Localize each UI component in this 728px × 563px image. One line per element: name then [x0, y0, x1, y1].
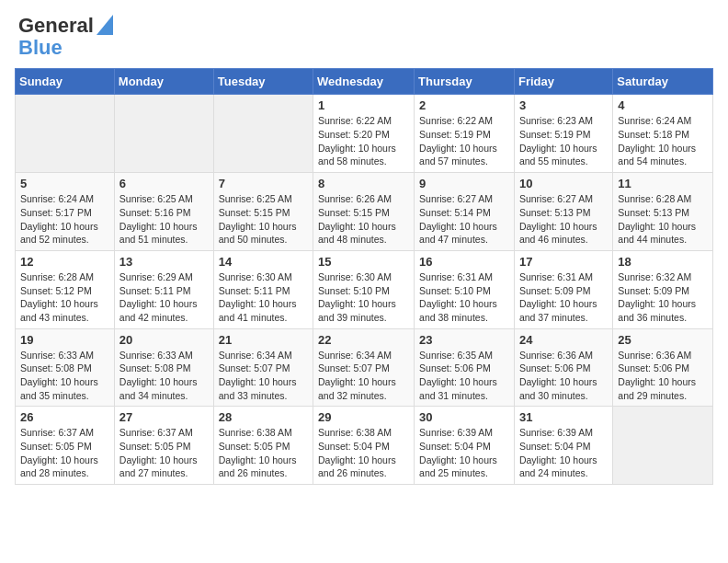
- day-number: 19: [20, 333, 109, 347]
- day-info: Sunrise: 6:28 AM Sunset: 5:13 PM Dayligh…: [618, 192, 708, 247]
- day-info: Sunrise: 6:26 AM Sunset: 5:15 PM Dayligh…: [318, 192, 409, 247]
- calendar-cell: 20Sunrise: 6:33 AM Sunset: 5:08 PM Dayli…: [114, 328, 213, 407]
- calendar-cell: 16Sunrise: 6:31 AM Sunset: 5:10 PM Dayli…: [415, 250, 515, 328]
- day-number: 8: [318, 177, 409, 190]
- calendar-cell: 4Sunrise: 6:24 AM Sunset: 5:18 PM Daylig…: [613, 95, 713, 173]
- calendar-cell: [613, 407, 713, 485]
- calendar-header-tuesday: Tuesday: [213, 69, 313, 95]
- calendar-cell: 18Sunrise: 6:32 AM Sunset: 5:09 PM Dayli…: [613, 250, 713, 328]
- day-info: Sunrise: 6:24 AM Sunset: 5:17 PM Dayligh…: [20, 192, 109, 247]
- calendar-table: SundayMondayTuesdayWednesdayThursdayFrid…: [15, 68, 713, 485]
- calendar-cell: 22Sunrise: 6:34 AM Sunset: 5:07 PM Dayli…: [313, 328, 415, 407]
- calendar-cell: 8Sunrise: 6:26 AM Sunset: 5:15 PM Daylig…: [313, 173, 415, 251]
- calendar-week-3: 12Sunrise: 6:28 AM Sunset: 5:12 PM Dayli…: [16, 250, 713, 328]
- calendar-cell: 2Sunrise: 6:22 AM Sunset: 5:19 PM Daylig…: [415, 95, 515, 173]
- day-number: 2: [419, 98, 509, 112]
- day-info: Sunrise: 6:24 AM Sunset: 5:18 PM Dayligh…: [618, 114, 708, 168]
- calendar-cell: 19Sunrise: 6:33 AM Sunset: 5:08 PM Dayli…: [16, 328, 115, 407]
- calendar-cell: 6Sunrise: 6:25 AM Sunset: 5:16 PM Daylig…: [114, 173, 213, 251]
- day-info: Sunrise: 6:32 AM Sunset: 5:09 PM Dayligh…: [618, 270, 708, 325]
- calendar-header-wednesday: Wednesday: [313, 69, 415, 95]
- day-info: Sunrise: 6:31 AM Sunset: 5:09 PM Dayligh…: [519, 270, 608, 325]
- calendar-cell: 23Sunrise: 6:35 AM Sunset: 5:06 PM Dayli…: [415, 328, 515, 407]
- calendar-cell: 28Sunrise: 6:38 AM Sunset: 5:05 PM Dayli…: [213, 407, 313, 485]
- calendar-cell: 12Sunrise: 6:28 AM Sunset: 5:12 PM Dayli…: [16, 250, 115, 328]
- day-number: 13: [119, 255, 209, 269]
- day-number: 7: [219, 177, 308, 190]
- day-info: Sunrise: 6:30 AM Sunset: 5:11 PM Dayligh…: [219, 270, 308, 325]
- calendar-cell: 5Sunrise: 6:24 AM Sunset: 5:17 PM Daylig…: [16, 173, 115, 251]
- day-number: 17: [519, 255, 608, 269]
- calendar-week-5: 26Sunrise: 6:37 AM Sunset: 5:05 PM Dayli…: [16, 407, 713, 485]
- day-number: 3: [519, 98, 608, 112]
- day-info: Sunrise: 6:29 AM Sunset: 5:11 PM Dayligh…: [119, 270, 209, 325]
- day-number: 11: [618, 177, 708, 190]
- day-info: Sunrise: 6:33 AM Sunset: 5:08 PM Dayligh…: [119, 349, 209, 403]
- day-number: 18: [618, 255, 708, 269]
- day-number: 4: [618, 98, 708, 112]
- day-info: Sunrise: 6:36 AM Sunset: 5:06 PM Dayligh…: [618, 349, 708, 403]
- calendar-header-thursday: Thursday: [415, 69, 515, 95]
- day-info: Sunrise: 6:35 AM Sunset: 5:06 PM Dayligh…: [419, 349, 509, 403]
- day-number: 26: [20, 410, 109, 424]
- calendar-cell: 25Sunrise: 6:36 AM Sunset: 5:06 PM Dayli…: [613, 328, 713, 407]
- calendar-cell: [16, 95, 115, 173]
- day-number: 14: [219, 255, 308, 269]
- day-info: Sunrise: 6:34 AM Sunset: 5:07 PM Dayligh…: [219, 349, 308, 403]
- logo-triangle-icon: [97, 15, 113, 35]
- calendar-cell: 30Sunrise: 6:39 AM Sunset: 5:04 PM Dayli…: [415, 407, 515, 485]
- day-info: Sunrise: 6:33 AM Sunset: 5:08 PM Dayligh…: [20, 349, 109, 403]
- calendar-header-sunday: Sunday: [16, 69, 115, 95]
- calendar-cell: 26Sunrise: 6:37 AM Sunset: 5:05 PM Dayli…: [16, 407, 115, 485]
- day-info: Sunrise: 6:23 AM Sunset: 5:19 PM Dayligh…: [519, 114, 608, 168]
- day-number: 9: [419, 177, 509, 190]
- day-number: 12: [20, 255, 109, 269]
- calendar-cell: 14Sunrise: 6:30 AM Sunset: 5:11 PM Dayli…: [213, 250, 313, 328]
- logo-blue-text: Blue: [18, 37, 63, 59]
- day-number: 28: [219, 410, 308, 424]
- day-info: Sunrise: 6:28 AM Sunset: 5:12 PM Dayligh…: [20, 270, 109, 325]
- calendar-week-2: 5Sunrise: 6:24 AM Sunset: 5:17 PM Daylig…: [16, 173, 713, 251]
- calendar-cell: [213, 95, 313, 173]
- day-number: 16: [419, 255, 509, 269]
- day-info: Sunrise: 6:27 AM Sunset: 5:14 PM Dayligh…: [419, 192, 509, 247]
- day-number: 20: [119, 333, 209, 347]
- calendar-cell: 24Sunrise: 6:36 AM Sunset: 5:06 PM Dayli…: [514, 328, 612, 407]
- day-number: 30: [419, 410, 509, 424]
- calendar-week-4: 19Sunrise: 6:33 AM Sunset: 5:08 PM Dayli…: [16, 328, 713, 407]
- day-info: Sunrise: 6:39 AM Sunset: 5:04 PM Dayligh…: [519, 426, 608, 480]
- day-number: 23: [419, 333, 509, 347]
- calendar-cell: 27Sunrise: 6:37 AM Sunset: 5:05 PM Dayli…: [114, 407, 213, 485]
- day-number: 31: [519, 410, 608, 424]
- calendar-header-saturday: Saturday: [613, 69, 713, 95]
- calendar-cell: 29Sunrise: 6:38 AM Sunset: 5:04 PM Dayli…: [313, 407, 415, 485]
- logo: General Blue: [18, 15, 113, 59]
- calendar-header-friday: Friday: [514, 69, 612, 95]
- calendar-cell: 3Sunrise: 6:23 AM Sunset: 5:19 PM Daylig…: [514, 95, 612, 173]
- calendar-cell: 11Sunrise: 6:28 AM Sunset: 5:13 PM Dayli…: [613, 173, 713, 251]
- day-info: Sunrise: 6:25 AM Sunset: 5:16 PM Dayligh…: [119, 192, 209, 247]
- calendar-header-monday: Monday: [114, 69, 213, 95]
- day-info: Sunrise: 6:36 AM Sunset: 5:06 PM Dayligh…: [519, 349, 608, 403]
- calendar-header-row: SundayMondayTuesdayWednesdayThursdayFrid…: [16, 69, 713, 95]
- day-number: 10: [519, 177, 608, 190]
- day-info: Sunrise: 6:27 AM Sunset: 5:13 PM Dayligh…: [519, 192, 608, 247]
- calendar-cell: 13Sunrise: 6:29 AM Sunset: 5:11 PM Dayli…: [114, 250, 213, 328]
- calendar-wrapper: SundayMondayTuesdayWednesdayThursdayFrid…: [0, 68, 728, 494]
- day-number: 22: [318, 333, 409, 347]
- day-info: Sunrise: 6:37 AM Sunset: 5:05 PM Dayligh…: [20, 426, 109, 480]
- day-info: Sunrise: 6:31 AM Sunset: 5:10 PM Dayligh…: [419, 270, 509, 325]
- day-info: Sunrise: 6:22 AM Sunset: 5:20 PM Dayligh…: [318, 114, 409, 168]
- day-number: 15: [318, 255, 409, 269]
- svg-marker-0: [97, 15, 113, 35]
- calendar-cell: 1Sunrise: 6:22 AM Sunset: 5:20 PM Daylig…: [313, 95, 415, 173]
- calendar-cell: 7Sunrise: 6:25 AM Sunset: 5:15 PM Daylig…: [213, 173, 313, 251]
- day-info: Sunrise: 6:34 AM Sunset: 5:07 PM Dayligh…: [318, 349, 409, 403]
- calendar-cell: 21Sunrise: 6:34 AM Sunset: 5:07 PM Dayli…: [213, 328, 313, 407]
- calendar-cell: [114, 95, 213, 173]
- day-info: Sunrise: 6:38 AM Sunset: 5:04 PM Dayligh…: [318, 426, 409, 480]
- calendar-cell: 10Sunrise: 6:27 AM Sunset: 5:13 PM Dayli…: [514, 173, 612, 251]
- calendar-week-1: 1Sunrise: 6:22 AM Sunset: 5:20 PM Daylig…: [16, 95, 713, 173]
- day-info: Sunrise: 6:38 AM Sunset: 5:05 PM Dayligh…: [219, 426, 308, 480]
- day-info: Sunrise: 6:30 AM Sunset: 5:10 PM Dayligh…: [318, 270, 409, 325]
